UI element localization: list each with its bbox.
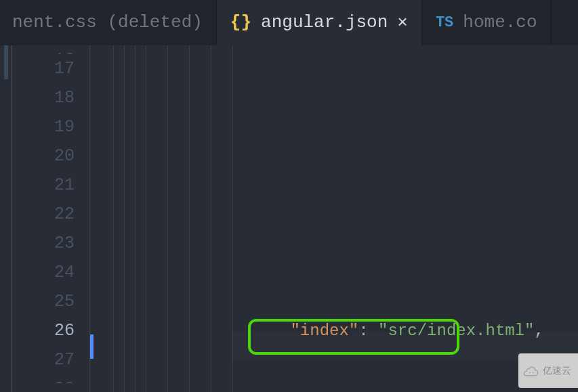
modified-marker xyxy=(4,45,8,79)
line-number-gutter: 16 17 18 19 20 21 22 23 24 25 26 27 28 xyxy=(12,45,89,392)
line-number: 18 xyxy=(12,83,75,112)
line-number: 23 xyxy=(12,229,75,258)
line-number: 19 xyxy=(12,112,75,141)
code-line[interactable]: "index": "src/index.html", xyxy=(232,287,578,316)
tab-label: nent.css (deleted) xyxy=(12,8,203,37)
line-number: 28 xyxy=(12,374,75,383)
line-number: 17 xyxy=(12,54,75,83)
json-file-icon: {} xyxy=(230,8,251,37)
line-number: 21 xyxy=(12,171,75,200)
tab-angular-json[interactable]: {} angular.json × xyxy=(217,0,422,45)
indent-guides xyxy=(89,45,232,392)
editor[interactable]: 16 17 18 19 20 21 22 23 24 25 26 27 28 "… xyxy=(0,45,578,392)
close-icon[interactable]: × xyxy=(397,14,408,32)
change-decoration-strip xyxy=(0,45,12,392)
code-area[interactable]: "outputPath": "dist/DemoSite01 "index": … xyxy=(232,45,578,392)
watermark: 亿速云 xyxy=(518,353,578,388)
tab-home-component[interactable]: TS home.co xyxy=(422,0,552,45)
code-line[interactable]: "outputPath": "dist/DemoSite01 xyxy=(232,191,578,200)
tab-bar: nent.css (deleted) {} angular.json × TS … xyxy=(0,0,578,45)
ts-file-icon: TS xyxy=(436,8,453,37)
line-number: 25 xyxy=(12,287,75,316)
line-number: 22 xyxy=(12,200,75,229)
cloud-icon xyxy=(524,364,539,378)
line-number: 24 xyxy=(12,258,75,287)
tab-label: angular.json xyxy=(261,8,388,37)
tab-label: home.co xyxy=(463,8,537,37)
watermark-text: 亿速云 xyxy=(543,356,571,385)
line-number: 27 xyxy=(12,345,75,374)
line-number: 20 xyxy=(12,141,75,171)
svg-point-0 xyxy=(529,372,531,373)
line-number: 16 xyxy=(12,45,75,54)
svg-point-1 xyxy=(533,372,534,373)
tab-nent-css-deleted[interactable]: nent.css (deleted) xyxy=(0,0,217,45)
line-number: 26 xyxy=(12,316,75,345)
